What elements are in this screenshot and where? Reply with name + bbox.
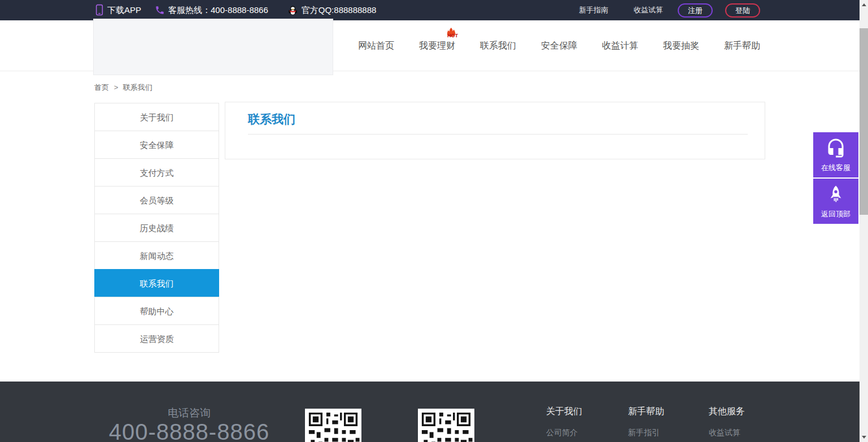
nav-item-invest[interactable]: 我要理财 HOT xyxy=(419,40,455,52)
headset-icon xyxy=(826,138,846,158)
back-to-top-label: 返回顶部 xyxy=(821,209,850,219)
qr-code-image xyxy=(418,409,474,442)
page: 下载APP 客服热线：400-8888-8866 xyxy=(0,0,868,442)
footer-phone-number: 400-8888-8866 xyxy=(79,419,299,442)
mobile-phone-icon xyxy=(95,4,104,16)
footer-column-newbie: 新手帮助 新手指引 xyxy=(628,406,664,438)
nav-item-home[interactable]: 网站首页 xyxy=(358,40,394,52)
footer-heading-newbie: 新手帮助 xyxy=(628,406,664,418)
footer: 电话咨询 400-8888-8866 xyxy=(0,382,860,442)
topbar-left: 下载APP 客服热线：400-8888-8866 xyxy=(95,0,376,20)
sidebar-item-help-center[interactable]: 帮助中心 xyxy=(94,297,219,325)
online-service-button[interactable]: 在线客服 xyxy=(813,132,858,177)
topbar-link-calc[interactable]: 收益试算 xyxy=(634,5,663,15)
rocket-icon xyxy=(826,184,845,205)
qq-group: 官方QQ:888888888 xyxy=(287,5,377,16)
main-nav: 网站首页 我要理财 HOT 联系我们 安全保障 收益计算 我要抽奖 新手帮助 xyxy=(358,20,760,71)
scrollbar-thumb[interactable] xyxy=(860,28,868,215)
back-to-top-button[interactable]: 返回顶部 xyxy=(813,179,858,224)
nav-item-contact[interactable]: 联系我们 xyxy=(480,40,516,52)
scroll-down-icon[interactable] xyxy=(860,432,868,442)
footer-column-about: 关于我们 公司简介 xyxy=(546,406,582,438)
footer-heading-about: 关于我们 xyxy=(546,406,582,418)
breadcrumb-home[interactable]: 首页 xyxy=(94,83,109,92)
nav-item-security[interactable]: 安全保障 xyxy=(541,40,577,52)
hot-flame-icon: HOT xyxy=(444,28,461,40)
footer-link-company-intro[interactable]: 公司简介 xyxy=(546,428,582,438)
topbar: 下载APP 客服热线：400-8888-8866 xyxy=(0,0,860,20)
nav-item-invest-label: 我要理财 xyxy=(419,41,455,50)
footer-column-other: 其他服务 收益试算 xyxy=(709,406,745,438)
hotline-label: 客服热线：400-8888-8866 xyxy=(168,5,268,16)
sidebar-item-qualification[interactable]: 运营资质 xyxy=(94,324,219,353)
logo-placeholder[interactable] xyxy=(93,19,333,75)
sidebar-item-contact[interactable]: 联系我们 xyxy=(94,269,219,297)
footer-heading-other: 其他服务 xyxy=(709,406,745,418)
breadcrumb-current: 联系我们 xyxy=(123,83,152,92)
download-app-link[interactable]: 下载APP xyxy=(95,4,141,16)
content-panel: 联系我们 xyxy=(225,102,765,159)
sidebar-item-about[interactable]: 关于我们 xyxy=(94,103,219,131)
sidebar-item-news[interactable]: 新闻动态 xyxy=(94,241,219,270)
qr-code-image xyxy=(305,409,361,442)
phone-handset-icon xyxy=(155,5,165,15)
page-title: 联系我们 xyxy=(248,111,748,135)
nav-item-lottery[interactable]: 我要抽奖 xyxy=(663,40,699,52)
sidebar-item-security[interactable]: 安全保障 xyxy=(94,131,219,159)
floating-buttons: 在线客服 返回顶部 xyxy=(813,132,858,225)
sidebar-item-history[interactable]: 历史战绩 xyxy=(94,214,219,242)
hot-badge-label: HOT xyxy=(447,33,458,38)
qq-label: 官方QQ:888888888 xyxy=(302,5,377,16)
sidebar-menu: 关于我们 安全保障 支付方式 会员等级 历史战绩 新闻动态 联系我们 帮助中心 … xyxy=(94,103,219,353)
topbar-link-guide[interactable]: 新手指南 xyxy=(579,5,608,15)
download-app-label: 下载APP xyxy=(107,5,141,16)
scrollbar[interactable] xyxy=(860,0,868,442)
sidebar-item-payment[interactable]: 支付方式 xyxy=(94,158,219,187)
login-button[interactable]: 登陆 xyxy=(725,3,760,18)
breadcrumb: 首页 > 联系我们 xyxy=(94,83,152,93)
scroll-up-icon[interactable] xyxy=(860,0,868,10)
footer-link-newbie-guide[interactable]: 新手指引 xyxy=(628,428,664,438)
hotline-group: 客服热线：400-8888-8866 xyxy=(155,5,268,16)
topbar-right: 新手指南 收益试算 注册 登陆 xyxy=(579,0,760,20)
qq-penguin-icon xyxy=(287,5,298,16)
register-button[interactable]: 注册 xyxy=(678,3,713,18)
nav-item-earnings[interactable]: 收益计算 xyxy=(602,40,638,52)
online-service-label: 在线客服 xyxy=(821,163,850,173)
footer-link-earnings-calc[interactable]: 收益试算 xyxy=(709,428,745,438)
breadcrumb-separator: > xyxy=(114,83,119,92)
footer-phone-label: 电话咨询 xyxy=(113,406,265,421)
sidebar-item-member-level[interactable]: 会员等级 xyxy=(94,186,219,214)
nav-item-help[interactable]: 新手帮助 xyxy=(724,40,760,52)
